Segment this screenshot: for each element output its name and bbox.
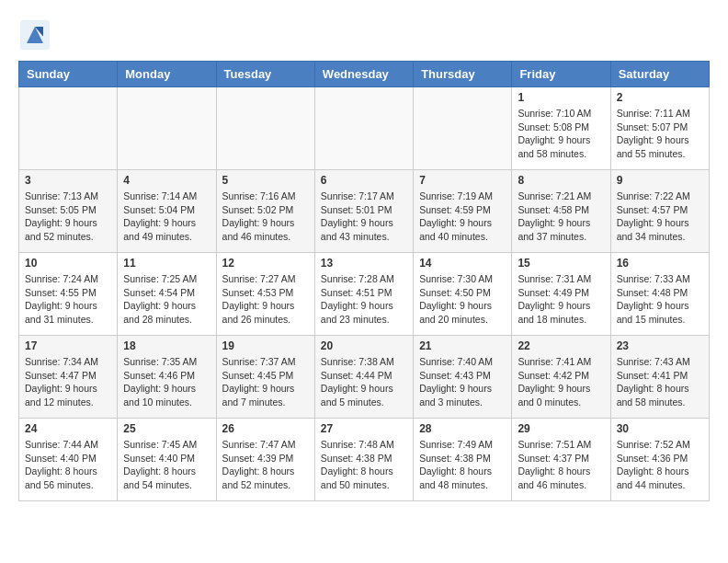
day-number: 7 (419, 174, 506, 187)
calendar-cell: 14Sunrise: 7:30 AM Sunset: 4:50 PM Dayli… (414, 253, 512, 336)
column-header-wednesday: Wednesday (314, 62, 413, 87)
day-info: Sunrise: 7:25 AM Sunset: 4:54 PM Dayligh… (123, 272, 210, 327)
day-number: 13 (321, 257, 407, 270)
day-info: Sunrise: 7:17 AM Sunset: 5:01 PM Dayligh… (321, 190, 407, 244)
column-header-sunday: Sunday (19, 62, 118, 87)
day-info: Sunrise: 7:43 AM Sunset: 4:41 PM Dayligh… (617, 355, 703, 409)
day-number: 17 (25, 339, 111, 352)
day-info: Sunrise: 7:41 AM Sunset: 4:42 PM Dayligh… (518, 355, 604, 409)
day-info: Sunrise: 7:44 AM Sunset: 4:40 PM Dayligh… (25, 438, 111, 492)
calendar-cell: 22Sunrise: 7:41 AM Sunset: 4:42 PM Dayli… (512, 336, 610, 419)
calendar-cell: 19Sunrise: 7:37 AM Sunset: 4:45 PM Dayli… (216, 336, 314, 419)
day-number: 21 (419, 339, 506, 352)
calendar-cell: 15Sunrise: 7:31 AM Sunset: 4:49 PM Dayli… (512, 253, 610, 336)
day-info: Sunrise: 7:31 AM Sunset: 4:49 PM Dayligh… (518, 272, 604, 327)
day-number: 3 (25, 174, 111, 187)
day-number: 12 (222, 257, 309, 270)
week-row-5: 24Sunrise: 7:44 AM Sunset: 4:40 PM Dayli… (19, 419, 710, 501)
day-info: Sunrise: 7:35 AM Sunset: 4:46 PM Dayligh… (123, 355, 210, 409)
day-info: Sunrise: 7:33 AM Sunset: 4:48 PM Dayligh… (617, 272, 703, 327)
day-number: 11 (123, 257, 210, 270)
day-number: 1 (518, 91, 604, 104)
calendar-cell: 12Sunrise: 7:27 AM Sunset: 4:53 PM Dayli… (216, 253, 314, 336)
day-number: 23 (617, 339, 703, 352)
calendar-header-row: SundayMondayTuesdayWednesdayThursdayFrid… (19, 62, 710, 87)
day-number: 29 (518, 422, 604, 435)
week-row-2: 3Sunrise: 7:13 AM Sunset: 5:05 PM Daylig… (19, 170, 710, 253)
column-header-friday: Friday (512, 62, 610, 87)
calendar-cell: 7Sunrise: 7:19 AM Sunset: 4:59 PM Daylig… (414, 170, 512, 253)
calendar-cell: 24Sunrise: 7:44 AM Sunset: 4:40 PM Dayli… (19, 419, 118, 501)
calendar-cell (414, 87, 512, 170)
day-number: 19 (222, 339, 309, 352)
calendar: SundayMondayTuesdayWednesdayThursdayFrid… (18, 61, 710, 501)
column-header-saturday: Saturday (610, 62, 709, 87)
day-number: 6 (321, 174, 407, 187)
day-number: 14 (419, 257, 506, 270)
day-info: Sunrise: 7:10 AM Sunset: 5:08 PM Dayligh… (518, 107, 604, 161)
day-number: 2 (617, 91, 703, 104)
day-number: 4 (123, 174, 210, 187)
calendar-cell: 10Sunrise: 7:24 AM Sunset: 4:55 PM Dayli… (19, 253, 118, 336)
day-info: Sunrise: 7:40 AM Sunset: 4:43 PM Dayligh… (419, 355, 506, 409)
calendar-cell: 3Sunrise: 7:13 AM Sunset: 5:05 PM Daylig… (19, 170, 118, 253)
calendar-cell: 11Sunrise: 7:25 AM Sunset: 4:54 PM Dayli… (118, 253, 216, 336)
day-info: Sunrise: 7:45 AM Sunset: 4:40 PM Dayligh… (123, 438, 210, 492)
day-info: Sunrise: 7:51 AM Sunset: 4:37 PM Dayligh… (518, 438, 604, 492)
day-info: Sunrise: 7:37 AM Sunset: 4:45 PM Dayligh… (222, 355, 309, 409)
page-header (18, 18, 710, 52)
calendar-cell: 9Sunrise: 7:22 AM Sunset: 4:57 PM Daylig… (610, 170, 709, 253)
day-number: 22 (518, 339, 604, 352)
calendar-cell: 8Sunrise: 7:21 AM Sunset: 4:58 PM Daylig… (512, 170, 610, 253)
day-info: Sunrise: 7:28 AM Sunset: 4:51 PM Dayligh… (321, 272, 407, 327)
calendar-cell: 13Sunrise: 7:28 AM Sunset: 4:51 PM Dayli… (314, 253, 413, 336)
day-number: 9 (617, 174, 703, 187)
day-info: Sunrise: 7:49 AM Sunset: 4:38 PM Dayligh… (419, 438, 506, 492)
day-info: Sunrise: 7:38 AM Sunset: 4:44 PM Dayligh… (321, 355, 407, 409)
calendar-cell: 1Sunrise: 7:10 AM Sunset: 5:08 PM Daylig… (512, 87, 610, 170)
day-info: Sunrise: 7:27 AM Sunset: 4:53 PM Dayligh… (222, 272, 309, 327)
day-number: 8 (518, 174, 604, 187)
day-number: 10 (25, 257, 111, 270)
calendar-cell: 28Sunrise: 7:49 AM Sunset: 4:38 PM Dayli… (414, 419, 512, 501)
day-number: 27 (321, 422, 407, 435)
calendar-cell (314, 87, 413, 170)
day-number: 24 (25, 422, 111, 435)
calendar-cell: 30Sunrise: 7:52 AM Sunset: 4:36 PM Dayli… (610, 419, 709, 501)
day-number: 15 (518, 257, 604, 270)
day-number: 5 (222, 174, 309, 187)
day-info: Sunrise: 7:24 AM Sunset: 4:55 PM Dayligh… (25, 272, 111, 327)
calendar-cell: 5Sunrise: 7:16 AM Sunset: 5:02 PM Daylig… (216, 170, 314, 253)
day-info: Sunrise: 7:14 AM Sunset: 5:04 PM Dayligh… (123, 190, 210, 244)
calendar-cell: 27Sunrise: 7:48 AM Sunset: 4:38 PM Dayli… (314, 419, 413, 501)
calendar-cell: 16Sunrise: 7:33 AM Sunset: 4:48 PM Dayli… (610, 253, 709, 336)
logo (18, 18, 57, 52)
day-info: Sunrise: 7:34 AM Sunset: 4:47 PM Dayligh… (25, 355, 111, 409)
column-header-monday: Monday (118, 62, 216, 87)
calendar-cell: 18Sunrise: 7:35 AM Sunset: 4:46 PM Dayli… (118, 336, 216, 419)
calendar-cell: 29Sunrise: 7:51 AM Sunset: 4:37 PM Dayli… (512, 419, 610, 501)
day-info: Sunrise: 7:16 AM Sunset: 5:02 PM Dayligh… (222, 190, 309, 244)
day-info: Sunrise: 7:19 AM Sunset: 4:59 PM Dayligh… (419, 190, 506, 244)
day-info: Sunrise: 7:21 AM Sunset: 4:58 PM Dayligh… (518, 190, 604, 244)
day-info: Sunrise: 7:48 AM Sunset: 4:38 PM Dayligh… (321, 438, 407, 492)
calendar-cell: 17Sunrise: 7:34 AM Sunset: 4:47 PM Dayli… (19, 336, 118, 419)
day-info: Sunrise: 7:30 AM Sunset: 4:50 PM Dayligh… (419, 272, 506, 327)
calendar-cell: 2Sunrise: 7:11 AM Sunset: 5:07 PM Daylig… (610, 87, 709, 170)
day-number: 18 (123, 339, 210, 352)
day-number: 20 (321, 339, 407, 352)
day-number: 28 (419, 422, 506, 435)
day-info: Sunrise: 7:13 AM Sunset: 5:05 PM Dayligh… (25, 190, 111, 244)
calendar-cell (19, 87, 118, 170)
day-number: 30 (617, 422, 703, 435)
calendar-cell (216, 87, 314, 170)
day-number: 16 (617, 257, 703, 270)
calendar-cell (118, 87, 216, 170)
logo-icon (18, 18, 51, 52)
day-info: Sunrise: 7:11 AM Sunset: 5:07 PM Dayligh… (617, 107, 703, 161)
week-row-4: 17Sunrise: 7:34 AM Sunset: 4:47 PM Dayli… (19, 336, 710, 419)
week-row-1: 1Sunrise: 7:10 AM Sunset: 5:08 PM Daylig… (19, 87, 710, 170)
day-number: 25 (123, 422, 210, 435)
calendar-cell: 4Sunrise: 7:14 AM Sunset: 5:04 PM Daylig… (118, 170, 216, 253)
calendar-cell: 20Sunrise: 7:38 AM Sunset: 4:44 PM Dayli… (314, 336, 413, 419)
